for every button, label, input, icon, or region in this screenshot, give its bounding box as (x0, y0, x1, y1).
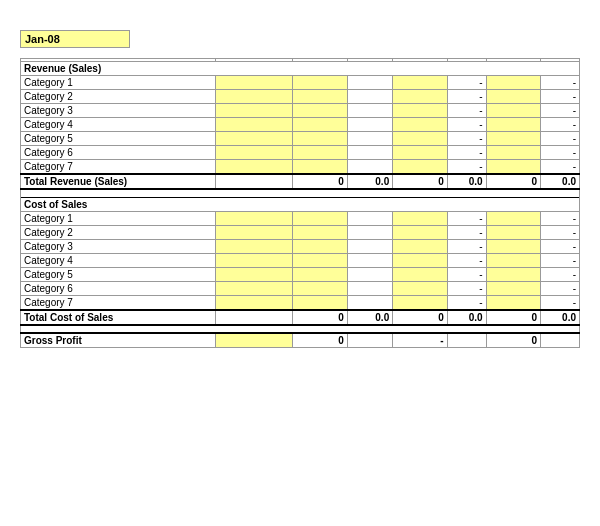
cos-row: Category 2 - - (21, 225, 580, 239)
revenue-pct2-cell: - (541, 90, 580, 104)
revenue-jan-cell[interactable] (293, 132, 347, 146)
revenue-mar-cell[interactable] (486, 76, 540, 90)
cos-jan-cell[interactable] (293, 225, 347, 239)
revenue-feb-cell[interactable] (393, 90, 447, 104)
revenue-industry-cell[interactable] (215, 132, 293, 146)
cos-pct1-cell: - (447, 267, 486, 281)
cos-jan-cell[interactable] (293, 267, 347, 281)
cos-jan-cell[interactable] (293, 239, 347, 253)
gross-profit-bva (347, 333, 392, 348)
total-revenue-feb: 0 (393, 174, 447, 189)
total-revenue-mar: 0 (486, 174, 540, 189)
revenue-feb-cell[interactable] (393, 146, 447, 160)
cos-feb-cell[interactable] (393, 225, 447, 239)
total-revenue-pct1: 0.0 (447, 174, 486, 189)
gross-profit-industry[interactable] (215, 333, 293, 348)
cos-feb-cell[interactable] (393, 295, 447, 310)
cos-jan-cell[interactable] (293, 295, 347, 310)
cos-pct2-cell: - (541, 267, 580, 281)
revenue-industry-cell[interactable] (215, 146, 293, 160)
revenue-industry-cell[interactable] (215, 90, 293, 104)
cos-pct1-cell: - (447, 239, 486, 253)
revenue-cat-label: Category 2 (21, 90, 216, 104)
revenue-industry-cell[interactable] (215, 76, 293, 90)
cos-industry-cell[interactable] (215, 253, 293, 267)
cos-mar-cell[interactable] (486, 295, 540, 310)
revenue-mar-cell[interactable] (486, 132, 540, 146)
cos-mar-cell[interactable] (486, 211, 540, 225)
revenue-bva-cell (347, 146, 392, 160)
cos-cat-label: Category 1 (21, 211, 216, 225)
gross-profit-mar: 0 (486, 333, 540, 348)
revenue-jan-cell[interactable] (293, 118, 347, 132)
revenue-feb-cell[interactable] (393, 160, 447, 175)
cos-mar-cell[interactable] (486, 239, 540, 253)
cos-industry-cell[interactable] (215, 239, 293, 253)
cos-pct2-cell: - (541, 225, 580, 239)
cos-industry-cell[interactable] (215, 211, 293, 225)
revenue-bva-cell (347, 132, 392, 146)
cos-bva-cell (347, 295, 392, 310)
revenue-mar-cell[interactable] (486, 104, 540, 118)
revenue-pct1-cell: - (447, 76, 486, 90)
cos-mar-cell[interactable] (486, 281, 540, 295)
revenue-row: Category 1 - - (21, 76, 580, 90)
revenue-industry-cell[interactable] (215, 160, 293, 175)
cos-industry-cell[interactable] (215, 281, 293, 295)
cos-feb-cell[interactable] (393, 239, 447, 253)
revenue-cat-label: Category 3 (21, 104, 216, 118)
revenue-jan-cell[interactable] (293, 90, 347, 104)
cos-pct1-cell: - (447, 295, 486, 310)
cos-industry-cell[interactable] (215, 295, 293, 310)
revenue-bva-cell (347, 118, 392, 132)
cos-row: Category 7 - - (21, 295, 580, 310)
revenue-feb-cell[interactable] (393, 118, 447, 132)
revenue-mar-cell[interactable] (486, 146, 540, 160)
revenue-pct2-cell: - (541, 132, 580, 146)
revenue-feb-cell[interactable] (393, 104, 447, 118)
cos-jan-cell[interactable] (293, 253, 347, 267)
revenue-jan-cell[interactable] (293, 146, 347, 160)
gross-profit-pct2 (541, 333, 580, 348)
cos-mar-cell[interactable] (486, 267, 540, 281)
cos-industry-cell[interactable] (215, 267, 293, 281)
revenue-bva-cell (347, 104, 392, 118)
fiscal-year-input[interactable] (20, 30, 130, 48)
cos-cat-label: Category 5 (21, 267, 216, 281)
total-revenue-jan: 0 (293, 174, 347, 189)
total-cos-jan: 0 (293, 310, 347, 325)
revenue-header-label: Revenue (Sales) (21, 62, 580, 76)
gross-profit-feb: - (393, 333, 447, 348)
cos-pct1-cell: - (447, 253, 486, 267)
cos-feb-cell[interactable] (393, 253, 447, 267)
cos-pct2-cell: - (541, 253, 580, 267)
cos-jan-cell[interactable] (293, 211, 347, 225)
revenue-jan-cell[interactable] (293, 76, 347, 90)
cos-feb-cell[interactable] (393, 281, 447, 295)
revenue-feb-cell[interactable] (393, 76, 447, 90)
revenue-jan-cell[interactable] (293, 160, 347, 175)
revenue-mar-cell[interactable] (486, 160, 540, 175)
cos-pct2-cell: - (541, 239, 580, 253)
total-cos-pct2: 0.0 (541, 310, 580, 325)
revenue-pct2-cell: - (541, 104, 580, 118)
revenue-mar-cell[interactable] (486, 90, 540, 104)
cos-jan-cell[interactable] (293, 281, 347, 295)
revenue-industry-cell[interactable] (215, 118, 293, 132)
cos-mar-cell[interactable] (486, 225, 540, 239)
revenue-mar-cell[interactable] (486, 118, 540, 132)
cos-industry-cell[interactable] (215, 225, 293, 239)
cos-pct2-cell: - (541, 211, 580, 225)
revenue-feb-cell[interactable] (393, 132, 447, 146)
revenue-cat-label: Category 7 (21, 160, 216, 175)
total-cos-industry (215, 310, 293, 325)
cos-bva-cell (347, 281, 392, 295)
revenue-jan-cell[interactable] (293, 104, 347, 118)
revenue-industry-cell[interactable] (215, 104, 293, 118)
cos-feb-cell[interactable] (393, 267, 447, 281)
revenue-row: Category 6 - - (21, 146, 580, 160)
cos-pct1-cell: - (447, 225, 486, 239)
cos-mar-cell[interactable] (486, 253, 540, 267)
revenue-pct2-cell: - (541, 146, 580, 160)
cos-feb-cell[interactable] (393, 211, 447, 225)
